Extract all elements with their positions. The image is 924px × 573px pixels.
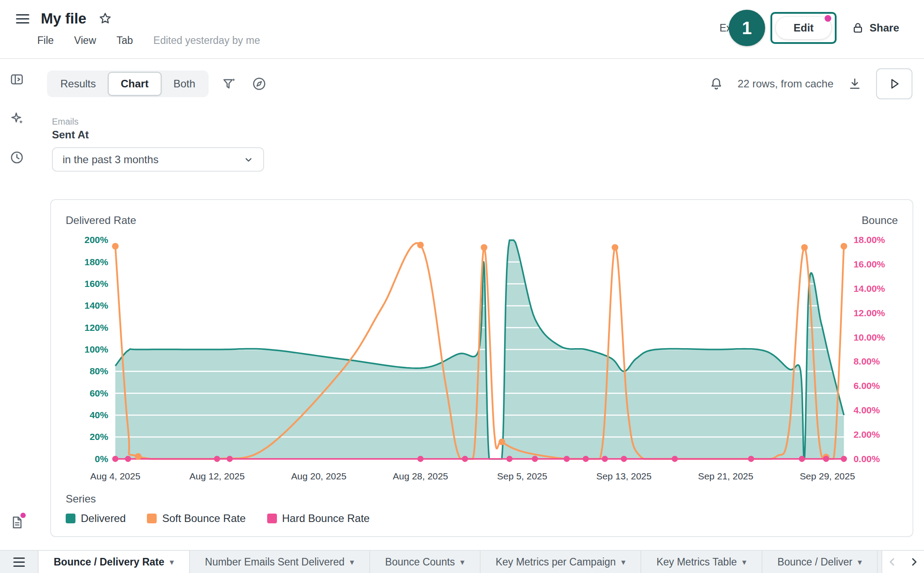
filter-group-label: Emails	[52, 117, 924, 127]
main-menu-icon[interactable]	[16, 14, 29, 24]
ai-sparkles-icon[interactable]	[7, 109, 27, 128]
svg-text:Aug 4, 2025: Aug 4, 2025	[90, 471, 140, 481]
legend-title: Series	[66, 493, 900, 505]
scroll-tabs-left-icon[interactable]	[886, 556, 899, 568]
caret-down-icon[interactable]: ▾	[621, 557, 626, 567]
notification-bell-icon[interactable]	[707, 74, 726, 94]
chart-card: Delivered Rate Bounce 0%20%40%60%80%100%…	[50, 199, 913, 537]
svg-text:16.00%: 16.00%	[853, 259, 885, 269]
svg-text:Sep 5, 2025: Sep 5, 2025	[497, 471, 547, 481]
svg-text:Aug 20, 2025: Aug 20, 2025	[291, 471, 347, 481]
tab-results[interactable]: Results	[48, 72, 108, 96]
svg-text:8.00%: 8.00%	[853, 356, 880, 366]
legend-item-hard-bounce[interactable]: Hard Bounce Rate	[267, 512, 370, 525]
menu-view[interactable]: View	[74, 35, 96, 47]
delivery-bounce-chart[interactable]: 0%20%40%60%80%100%120%140%160%180%200%0.…	[63, 229, 900, 491]
svg-text:40%: 40%	[90, 410, 108, 420]
delivered-swatch	[66, 514, 75, 523]
tab-key-metrics-per-campaign[interactable]: Key Metrics per Campaign▾	[481, 551, 642, 573]
svg-text:14.00%: 14.00%	[853, 283, 885, 294]
tab-bounce-deliver-truncated[interactable]: Bounce / Deliver▾	[762, 551, 878, 573]
share-label: Share	[869, 22, 899, 34]
caret-down-icon[interactable]: ▾	[170, 557, 174, 567]
svg-text:0%: 0%	[95, 454, 109, 464]
tabs-menu-icon[interactable]	[0, 551, 38, 573]
document-notification-dot	[20, 513, 26, 518]
favorite-star-icon[interactable]	[98, 12, 112, 26]
document-pages-icon[interactable]	[7, 513, 27, 532]
page-title: My file	[41, 10, 87, 27]
svg-text:Aug 28, 2025: Aug 28, 2025	[393, 471, 448, 481]
svg-text:0.00%: 0.00%	[853, 454, 880, 464]
chevron-down-icon	[243, 154, 254, 165]
svg-text:120%: 120%	[84, 322, 108, 333]
tab-number-emails-sent-delivered[interactable]: Number Emails Sent Delivered▾	[190, 551, 370, 573]
hard-bounce-swatch	[267, 514, 277, 523]
legend-item-soft-bounce[interactable]: Soft Bounce Rate	[147, 512, 245, 525]
caret-down-icon[interactable]: ▾	[350, 557, 354, 567]
tab-key-metrics-table[interactable]: Key Metrics Table▾	[641, 551, 762, 573]
caret-down-icon[interactable]: ▾	[742, 557, 746, 567]
legend-item-delivered[interactable]: Delivered	[66, 512, 126, 525]
tab-scroll-nav	[881, 551, 924, 573]
svg-text:18.00%: 18.00%	[853, 235, 885, 245]
chart-legend: Delivered Soft Bounce Rate Hard Bounce R…	[66, 512, 900, 525]
left-axis-title: Delivered Rate	[66, 214, 136, 227]
svg-text:180%: 180%	[84, 257, 108, 267]
history-clock-icon[interactable]	[7, 148, 27, 167]
svg-text:20%: 20%	[90, 432, 108, 442]
view-switcher: Results Chart Both	[47, 71, 209, 97]
soft-bounce-swatch	[147, 514, 157, 523]
svg-text:Sep 21, 2025: Sep 21, 2025	[698, 471, 754, 481]
sent-at-value: in the past 3 months	[63, 153, 243, 166]
right-axis-title: Bounce	[862, 214, 898, 227]
annotation-badge-1: 1	[729, 10, 765, 46]
tab-chart[interactable]: Chart	[108, 72, 162, 96]
chart-toolbar: Results Chart Both	[33, 59, 924, 97]
menu-tab[interactable]: Tab	[117, 35, 133, 47]
svg-text:10.00%: 10.00%	[853, 332, 885, 342]
rows-status: 22 rows, from cache	[738, 78, 833, 90]
svg-text:Sep 13, 2025: Sep 13, 2025	[596, 471, 652, 481]
svg-text:200%: 200%	[84, 235, 108, 245]
bottom-tab-bar: Bounce / Delivery Rate▾ Number Emails Se…	[0, 550, 924, 573]
menu-file[interactable]: File	[37, 35, 54, 47]
tab-bounce-delivery-rate[interactable]: Bounce / Delivery Rate▾	[38, 551, 190, 573]
sent-at-dropdown[interactable]: in the past 3 months	[52, 147, 264, 172]
caret-down-icon[interactable]: ▾	[858, 557, 862, 567]
annotation-highlight-ring: Edit	[770, 12, 837, 44]
left-sidebar	[0, 59, 33, 550]
top-bar: My file File View Tab Edited yesterday b…	[0, 0, 924, 59]
share-button[interactable]: Share	[852, 22, 899, 34]
play-icon	[887, 76, 902, 91]
tab-bounce-counts[interactable]: Bounce Counts▾	[370, 551, 481, 573]
edit-notification-dot	[825, 15, 831, 22]
svg-text:4.00%: 4.00%	[853, 405, 880, 415]
svg-text:6.00%: 6.00%	[853, 381, 880, 391]
svg-text:80%: 80%	[90, 366, 108, 376]
filter-funnel-icon[interactable]	[219, 74, 239, 94]
scroll-tabs-right-icon[interactable]	[908, 556, 920, 568]
svg-text:Aug 12, 2025: Aug 12, 2025	[190, 471, 245, 481]
svg-text:60%: 60%	[90, 388, 108, 398]
svg-text:12.00%: 12.00%	[853, 308, 885, 318]
svg-text:140%: 140%	[84, 300, 108, 310]
explore-compass-icon[interactable]	[249, 74, 269, 94]
svg-text:2.00%: 2.00%	[853, 429, 880, 440]
svg-text:Sep 29, 2025: Sep 29, 2025	[800, 471, 855, 481]
edited-note: Edited yesterday by me	[154, 35, 260, 47]
svg-text:160%: 160%	[84, 279, 108, 289]
filter-field-label: Sent At	[52, 129, 924, 141]
app-window: My file File View Tab Edited yesterday b…	[0, 0, 924, 573]
svg-text:100%: 100%	[84, 344, 108, 354]
filter-block: Emails Sent At in the past 3 months	[52, 117, 924, 172]
run-query-button[interactable]	[876, 68, 912, 99]
tab-both[interactable]: Both	[162, 72, 207, 96]
lock-icon	[852, 22, 864, 34]
edit-button[interactable]: Edit	[775, 16, 832, 39]
open-panel-icon[interactable]	[7, 70, 27, 89]
download-icon[interactable]	[845, 74, 865, 94]
tabs-strip: Bounce / Delivery Rate▾ Number Emails Se…	[38, 551, 881, 573]
caret-down-icon[interactable]: ▾	[460, 557, 465, 567]
